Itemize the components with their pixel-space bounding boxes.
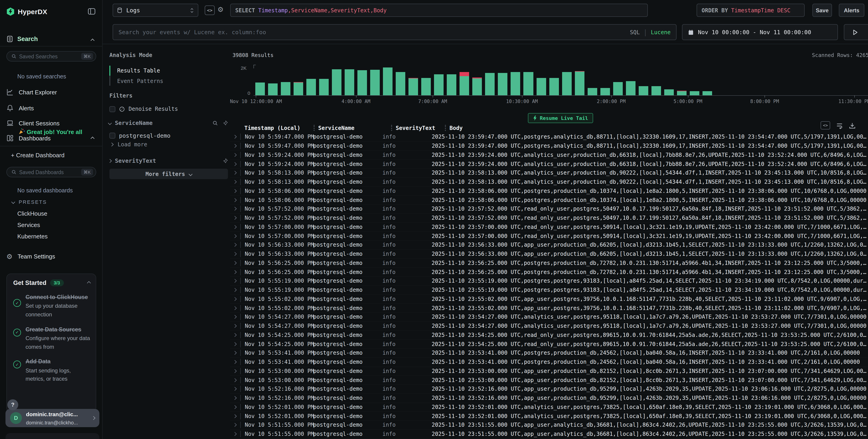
expand-row-icon[interactable] bbox=[233, 243, 237, 247]
table-row[interactable]: Nov 10 5:51:55.000 PMpostgresql-demoinfo… bbox=[230, 430, 868, 439]
expand-row-icon[interactable] bbox=[233, 189, 237, 193]
histogram-bar[interactable] bbox=[612, 82, 624, 95]
chevron-up-icon[interactable] bbox=[87, 281, 91, 285]
filter-option-postgresql-demo[interactable]: postgresql-demo bbox=[110, 132, 170, 139]
filter-group-severitytext[interactable]: SeverityText bbox=[108, 157, 228, 164]
expand-row-icon[interactable] bbox=[233, 369, 237, 373]
sidebar-item-dashboards[interactable]: Dashboards bbox=[6, 134, 96, 142]
expand-row-icon[interactable] bbox=[233, 207, 237, 211]
expand-row-icon[interactable] bbox=[233, 414, 237, 418]
table-row[interactable]: Nov 10 5:59:24.000 PMpostgresql-demoinfo… bbox=[230, 160, 868, 169]
sidebar-item-chart-explorer[interactable]: Chart Explorer bbox=[6, 88, 96, 96]
expand-row-icon[interactable] bbox=[233, 324, 237, 328]
denoise-results-option[interactable]: Denoise Results bbox=[110, 106, 178, 112]
histogram-plot[interactable] bbox=[253, 64, 867, 95]
create-dashboard-button[interactable]: + Create Dashboard bbox=[11, 152, 64, 159]
histogram-bar[interactable] bbox=[509, 72, 522, 95]
order-by-input[interactable]: ORDER BYTimestampTime DESC bbox=[696, 4, 805, 17]
table-row[interactable]: Nov 10 5:55:19.000 PMpostgresql-demoinfo… bbox=[230, 277, 868, 286]
histogram-bar[interactable] bbox=[471, 77, 484, 95]
tab-results-table[interactable]: Results Table bbox=[117, 67, 160, 74]
saved-dashboards-search[interactable]: ⌘K bbox=[6, 167, 96, 177]
resume-live-tail-button[interactable]: Resume Live Tail bbox=[528, 113, 593, 123]
expand-row-icon[interactable] bbox=[233, 135, 237, 139]
table-row[interactable]: Nov 10 5:53:00.000 PMpostgresql-demoinfo… bbox=[230, 367, 868, 376]
expand-row-icon[interactable] bbox=[233, 252, 237, 256]
pin-icon[interactable] bbox=[222, 158, 228, 163]
histogram-bar[interactable] bbox=[420, 78, 432, 95]
alerts-button[interactable]: Alerts bbox=[839, 4, 864, 17]
histogram-bar[interactable] bbox=[343, 69, 356, 95]
table-row[interactable]: Nov 10 5:53:41.000 PMpostgresql-demoinfo… bbox=[230, 349, 868, 358]
table-row[interactable]: Nov 10 5:57:52.000 PMpostgresql-demoinfo… bbox=[230, 205, 868, 214]
histogram-bar[interactable] bbox=[535, 78, 548, 95]
table-row[interactable]: Nov 10 5:58:13.000 PMpostgresql-demoinfo… bbox=[230, 169, 868, 178]
histogram-bar[interactable] bbox=[522, 72, 535, 95]
table-row[interactable]: Nov 10 5:58:06.000 PMpostgresql-demoinfo… bbox=[230, 187, 868, 196]
expand-row-icon[interactable] bbox=[233, 333, 237, 337]
sidebar-item-search[interactable]: Search bbox=[6, 36, 38, 42]
histogram-bar[interactable] bbox=[317, 79, 330, 95]
histogram-bar[interactable] bbox=[266, 84, 279, 95]
table-row[interactable]: Nov 10 5:58:13.000 PMpostgresql-demoinfo… bbox=[230, 178, 868, 187]
histogram-bar[interactable] bbox=[381, 67, 394, 95]
table-row[interactable]: Nov 10 5:55:19.000 PMpostgresql-demoinfo… bbox=[230, 286, 868, 295]
pin-icon[interactable] bbox=[222, 120, 228, 126]
histogram-bar[interactable] bbox=[675, 91, 688, 95]
expand-row-icon[interactable] bbox=[233, 198, 237, 202]
histogram-bar[interactable] bbox=[496, 73, 509, 95]
column-resize-handle[interactable] bbox=[391, 125, 392, 131]
sidebar-item-team-settings[interactable]: ⚙ Team Settings bbox=[6, 253, 96, 260]
sidebar-collapse-icon[interactable] bbox=[88, 7, 96, 15]
search-input[interactable] bbox=[119, 29, 625, 36]
histogram-bar[interactable] bbox=[305, 79, 317, 95]
expand-row-icon[interactable] bbox=[233, 423, 237, 427]
load-more-button[interactable]: Load more bbox=[110, 141, 147, 148]
table-row[interactable]: Nov 10 5:55:02.000 PMpostgresql-demoinfo… bbox=[230, 304, 868, 313]
mode-lucene-toggle[interactable]: Lucene bbox=[651, 29, 671, 35]
histogram-bar[interactable] bbox=[548, 78, 560, 95]
table-row[interactable]: Nov 10 5:57:52.000 PMpostgresql-demoinfo… bbox=[230, 214, 868, 223]
expand-row-icon[interactable] bbox=[233, 153, 237, 157]
table-row[interactable]: Nov 10 5:53:00.000 PMpostgresql-demoinfo… bbox=[230, 376, 868, 385]
saved-searches-input[interactable] bbox=[19, 54, 79, 59]
histogram-bar[interactable] bbox=[663, 89, 675, 95]
saved-searches-search[interactable]: ⌘K bbox=[6, 51, 96, 62]
column-header-body[interactable]: Body bbox=[450, 125, 463, 131]
histogram-bar[interactable] bbox=[701, 91, 714, 95]
save-button[interactable]: Save bbox=[812, 4, 832, 17]
preset-item-services[interactable]: Services bbox=[17, 222, 40, 228]
wrap-lines-icon[interactable] bbox=[836, 122, 843, 129]
filter-checkbox[interactable] bbox=[110, 133, 115, 138]
histogram-bar[interactable] bbox=[650, 86, 663, 95]
expand-row-icon[interactable] bbox=[233, 306, 237, 310]
histogram-bar[interactable] bbox=[445, 74, 458, 95]
expand-row-icon[interactable] bbox=[233, 225, 237, 229]
table-row[interactable]: Nov 10 5:51:55.000 PMpostgresql-demoinfo… bbox=[230, 421, 868, 430]
table-row[interactable]: Nov 10 5:55:02.000 PMpostgresql-demoinfo… bbox=[230, 295, 868, 304]
histogram-bar[interactable] bbox=[279, 82, 292, 95]
expand-row-icon[interactable] bbox=[233, 216, 237, 220]
expand-row-icon[interactable] bbox=[233, 315, 237, 319]
table-row[interactable]: Nov 10 5:56:25.000 PMpostgresql-demoinfo… bbox=[230, 268, 868, 277]
histogram-bar[interactable] bbox=[369, 70, 381, 95]
expand-row-icon[interactable] bbox=[233, 171, 237, 175]
histogram-bar[interactable] bbox=[599, 88, 612, 95]
table-row[interactable]: Nov 10 5:54:25.000 PMpostgresql-demoinfo… bbox=[230, 331, 868, 340]
table-row[interactable]: Nov 10 5:52:16.000 PMpostgresql-demoinfo… bbox=[230, 385, 868, 394]
expand-row-icon[interactable] bbox=[233, 351, 237, 355]
histogram-bar[interactable] bbox=[356, 70, 369, 95]
get-started-item[interactable]: ✓ Connect to ClickHouse Set up your data… bbox=[7, 289, 96, 321]
histogram-bar[interactable] bbox=[292, 82, 305, 95]
expand-row-icon[interactable] bbox=[233, 297, 237, 301]
table-row[interactable]: Nov 10 5:56:33.000 PMpostgresql-demoinfo… bbox=[230, 241, 868, 250]
table-row[interactable]: Nov 10 5:59:47.000 PMpostgresql-demoinfo… bbox=[230, 133, 868, 142]
table-row[interactable]: Nov 10 5:52:01.000 PMpostgresql-demoinfo… bbox=[230, 412, 868, 421]
expand-row-icon[interactable] bbox=[233, 261, 237, 265]
chevron-up-icon[interactable] bbox=[91, 39, 95, 43]
search-icon[interactable] bbox=[212, 120, 218, 126]
table-row[interactable]: Nov 10 5:57:00.000 PMpostgresql-demoinfo… bbox=[230, 223, 868, 232]
presets-toggle[interactable]: PRESETS bbox=[12, 199, 47, 205]
preset-item-clickhouse[interactable]: ClickHouse bbox=[17, 210, 48, 217]
expand-row-icon[interactable] bbox=[233, 162, 237, 166]
